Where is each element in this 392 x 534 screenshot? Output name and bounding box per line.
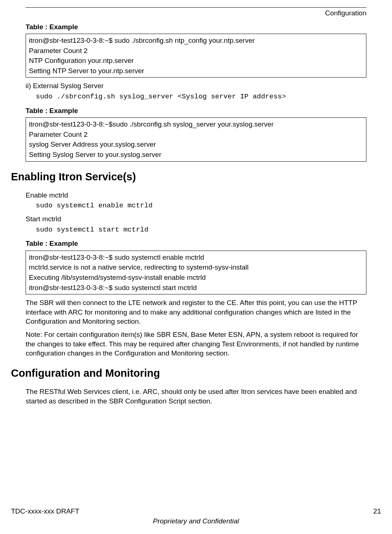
table3-line4: itron@sbr-test123-0-3-8:~$ sudo systemct… bbox=[29, 283, 363, 293]
table2-box: itron@sbr-test123-0-3-8:~$sudo ./sbrconf… bbox=[26, 117, 366, 161]
table3-line3: Executing /lib/systemd/systemd-sysv-inst… bbox=[29, 272, 363, 283]
table1-box: itron@sbr-test123-0-3-8:~$ sudo ./sbrcon… bbox=[26, 34, 366, 78]
table2-line1: itron@sbr-test123-0-3-8:~$sudo ./sbrconf… bbox=[29, 119, 363, 129]
heading-config-monitoring: Configuration and Monitoring bbox=[11, 366, 366, 380]
heading-enabling-services: Enabling Itron Service(s) bbox=[11, 170, 366, 184]
start-label: Start mctrld bbox=[26, 214, 366, 224]
header-section: Configuration bbox=[26, 8, 366, 18]
table1-line4: Setting NTP Server to your.ntp.server bbox=[29, 66, 363, 76]
syslog-cmd: sudo ./sbrconfig.sh syslog_server <Syslo… bbox=[26, 92, 366, 102]
table2-line2: Parameter Count 2 bbox=[29, 129, 363, 140]
table3-line2: mctrld.service is not a native service, … bbox=[29, 262, 363, 272]
enable-label: Enable mctrld bbox=[26, 191, 366, 200]
table2-label: Table : Example bbox=[26, 106, 366, 116]
table2-line4: Setting Syslog Server to your.syslog.ser… bbox=[29, 150, 363, 160]
footer-confidential: Proprietary and Confidential bbox=[11, 516, 381, 526]
footer: TDC-xxxx-xxx DRAFT 21 Proprietary and Co… bbox=[11, 507, 381, 526]
table1-line2: Parameter Count 2 bbox=[29, 46, 363, 56]
table3-box: itron@sbr-test123-0-3-8:~$ sudo systemct… bbox=[26, 251, 366, 294]
table1-line3: NTP Configuration your.ntp.server bbox=[29, 56, 363, 66]
footer-page-number: 21 bbox=[373, 507, 381, 516]
start-cmd: sudo systemctl start mctrld bbox=[26, 225, 366, 235]
table1-label: Table : Example bbox=[26, 22, 366, 32]
syslog-label: ii) External Syslog Server bbox=[26, 81, 366, 91]
paragraph-note: Note: For certain configuration item(s) … bbox=[26, 330, 366, 358]
table2-line3: syslog Server Address your.syslog.server bbox=[29, 139, 363, 150]
paragraph-restful: The RESTful Web Services client, i.e. AR… bbox=[26, 387, 366, 406]
header-rule bbox=[26, 7, 366, 8]
footer-left: TDC-xxxx-xxx DRAFT bbox=[11, 507, 79, 516]
table3-line1: itron@sbr-test123-0-3-8:~$ sudo systemct… bbox=[29, 252, 363, 263]
table3-label: Table : Example bbox=[26, 239, 366, 248]
enable-cmd: sudo systemctl enable mctrld bbox=[26, 201, 366, 211]
table1-line1: itron@sbr-test123-0-3-8:~$ sudo ./sbrcon… bbox=[29, 35, 363, 46]
paragraph-sbr-connect: The SBR will then connect to the LTE net… bbox=[26, 298, 366, 326]
